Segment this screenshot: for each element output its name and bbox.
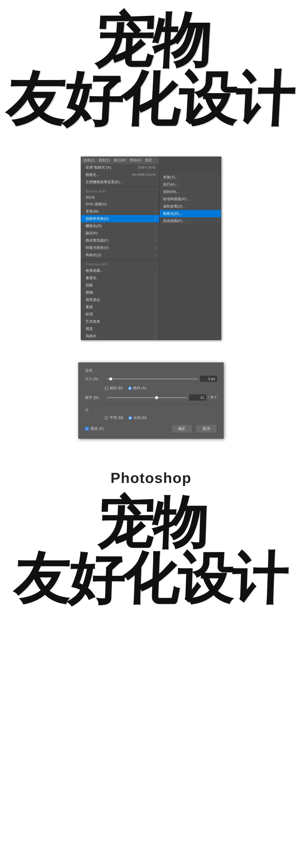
- radio-sharp[interactable]: 尖锐 (N): [128, 415, 147, 420]
- detail-input[interactable]: [189, 395, 206, 400]
- detail-slider[interactable]: [107, 397, 187, 398]
- radio-flat[interactable]: 平滑 (M): [104, 415, 123, 420]
- detail-label: 细节 (D)：: [85, 395, 104, 400]
- menu-item-doc-raster[interactable]: 文档栅格效果设置(E)...: [81, 178, 159, 186]
- arrow-icon: ›: [155, 313, 156, 316]
- arrow-icon: ›: [155, 217, 156, 220]
- radio-absolute-circle[interactable]: [128, 386, 132, 390]
- menu-item-blur[interactable]: 模糊 ›: [81, 289, 159, 296]
- cancel-button[interactable]: 取消: [196, 424, 217, 433]
- submenu-item-transform[interactable]: 变换(T)...: [160, 174, 221, 181]
- detail-row: 细节 (D)： / 英寸: [85, 395, 217, 400]
- menu-item-shortcut: Shift+Ctrl+E: [138, 165, 156, 169]
- bottom-line1: 宠物: [15, 495, 290, 551]
- submenu-item-roughen[interactable]: 粗糙化(R)...: [160, 210, 221, 217]
- menu-group-illustrator: Illustrator 效果: [81, 188, 159, 194]
- submenu-item-twist[interactable]: 扭转(W)...: [160, 188, 221, 195]
- radio-relative[interactable]: 相对 (R): [104, 385, 123, 391]
- menu-topbar-window[interactable]: 窗口(W): [114, 158, 126, 163]
- menu-item-path[interactable]: 路径(P) ›: [81, 229, 159, 237]
- submenu-item-free-distort[interactable]: 自由扭曲(F)...: [160, 217, 221, 224]
- bottom-calligraphy-text: 宠物 友好化设计: [13, 495, 290, 607]
- radio-sharp-circle[interactable]: [128, 416, 132, 420]
- menu-item-texture[interactable]: 纹理 ›: [81, 311, 159, 318]
- menu-item-label: 纹理: [86, 312, 93, 317]
- menu-item-video[interactable]: 视觉 ›: [81, 325, 159, 333]
- submenu-label: 波纹效果(Z)...: [163, 204, 185, 209]
- preview-checkbox-row[interactable]: ✓ 预览 (P): [85, 426, 104, 431]
- submenu-label: 收缩和膨胀(P)...: [163, 196, 189, 202]
- roughen-dialog: 选项 大小 (S)： 相对 (R) 绝对 (A) 细节 (D)：: [78, 363, 224, 439]
- menu-item-distort2[interactable]: 扭曲 ›: [81, 282, 159, 289]
- menu-topbar-effect[interactable]: 效果(C): [83, 158, 95, 163]
- preview-checkbox[interactable]: ✓: [85, 427, 89, 431]
- menu-topbar-view[interactable]: 视图(V): [99, 158, 110, 163]
- arrow-icon: ›: [155, 203, 156, 206]
- menu-item-pathfinder[interactable]: 路径查找器(F) ›: [81, 237, 159, 244]
- detail-slider-thumb[interactable]: [155, 396, 158, 399]
- menu-item-label: 扭曲和变换(D): [86, 216, 109, 221]
- submenu-item-pucker[interactable]: 收缩和膨胀(P)...: [160, 195, 221, 203]
- menu-item-roughen[interactable]: 粗糙化... Alt+Shift+Ctrl+E: [81, 171, 159, 178]
- arrow-icon: ›: [155, 239, 156, 242]
- menu-item-pixelate[interactable]: 像素化 ›: [81, 274, 159, 282]
- submenu-item-twirl[interactable]: 扭拧(K)...: [160, 181, 221, 188]
- arrow-icon: ›: [155, 328, 156, 331]
- menu-item-label: 艺术效果: [86, 319, 100, 324]
- arrow-icon: ›: [155, 210, 156, 213]
- menu-item-label: 3D(3): [86, 195, 95, 199]
- menu-item-stylize[interactable]: 风格化(S) ›: [81, 251, 159, 259]
- size-slider[interactable]: [107, 378, 198, 379]
- menu-item-label: 粗糙化...: [86, 172, 99, 177]
- size-label: 大小 (S)：: [85, 376, 104, 381]
- menu-item-convert[interactable]: 转换为形状(V) ›: [81, 244, 159, 251]
- menu-item-label: 素描: [86, 305, 93, 310]
- radio-flat-circle[interactable]: [104, 416, 108, 420]
- menu-item-3d[interactable]: 3D(3) ›: [81, 194, 159, 200]
- menu-item-stylize2[interactable]: 风格化 ›: [81, 333, 159, 340]
- menu-item-sketch[interactable]: 素描 ›: [81, 303, 159, 311]
- submenu-label: 扭拧(K)...: [163, 182, 178, 187]
- photoshop-label: Photoshop: [15, 467, 288, 495]
- radio-flat-label: 平滑 (M): [110, 415, 123, 420]
- submenu-panel: 变换(T)... 扭拧(K)... 扭转(W)... 收缩和膨胀(P)... 波…: [159, 174, 221, 224]
- ok-button[interactable]: 确定: [171, 424, 192, 433]
- menu-item-apply-roughen[interactable]: 应用"粗糙化"(A) Shift+Ctrl+E: [81, 164, 159, 171]
- arrow-icon: ›: [155, 232, 156, 235]
- radio-absolute[interactable]: 绝对 (A): [128, 385, 146, 391]
- radio-relative-label: 相对 (R): [110, 385, 123, 391]
- menu-item-rasterize[interactable]: 栅格化(O) ›: [81, 222, 159, 229]
- menu-item-gallery[interactable]: 效果画廊...: [81, 267, 159, 274]
- arrow-icon: ›: [155, 284, 156, 287]
- size-row: 大小 (S)：: [85, 376, 217, 382]
- dialog-separator: [85, 404, 217, 405]
- arrow-icon: ›: [155, 196, 156, 199]
- dialog-footer: ✓ 预览 (P) 确定 取消: [85, 424, 217, 433]
- menu-item-warp[interactable]: 变形(W) ›: [81, 208, 159, 215]
- menu-item-label: 风格化: [86, 334, 96, 339]
- section-menu: 效果(C) 视图(V) 窗口(W) 帮助(H) 图层 应用"粗糙化"(A) Sh…: [0, 146, 302, 351]
- radio-relative-circle[interactable]: [104, 386, 108, 390]
- dialog-options-label: 选项: [85, 368, 217, 373]
- menu-item-brush[interactable]: 画笔描边 ›: [81, 296, 159, 303]
- menu-item-label: 扭曲: [86, 283, 93, 288]
- menu-item-label: 视觉: [86, 326, 93, 331]
- menu-item-artistic[interactable]: 艺术效果 ›: [81, 318, 159, 325]
- menu-item-label: 路径(P): [86, 231, 98, 236]
- size-input[interactable]: [200, 376, 217, 382]
- menu-item-label: 像素化: [86, 275, 96, 280]
- arrow-icon: ›: [155, 291, 156, 294]
- size-slider-thumb[interactable]: [109, 377, 113, 380]
- submenu-label: 扭转(W)...: [163, 189, 179, 194]
- menu-item-label: 变形(W): [86, 209, 99, 214]
- menu-topbar-layer[interactable]: 图层: [145, 158, 152, 163]
- menu-item-label: 模糊: [86, 290, 93, 295]
- menu-item-svg[interactable]: SVG 滤镜(G) ›: [81, 200, 159, 208]
- preview-label: 预览 (P): [91, 426, 104, 431]
- arrow-icon: ›: [155, 224, 156, 228]
- arrow-icon: ›: [155, 335, 156, 338]
- top-line2: 友好化设计: [4, 70, 294, 129]
- menu-item-distort[interactable]: 扭曲和变换(D) ›: [81, 215, 159, 222]
- menu-topbar-help[interactable]: 帮助(H): [130, 158, 141, 163]
- submenu-item-zigzag[interactable]: 波纹效果(Z)...: [160, 203, 221, 210]
